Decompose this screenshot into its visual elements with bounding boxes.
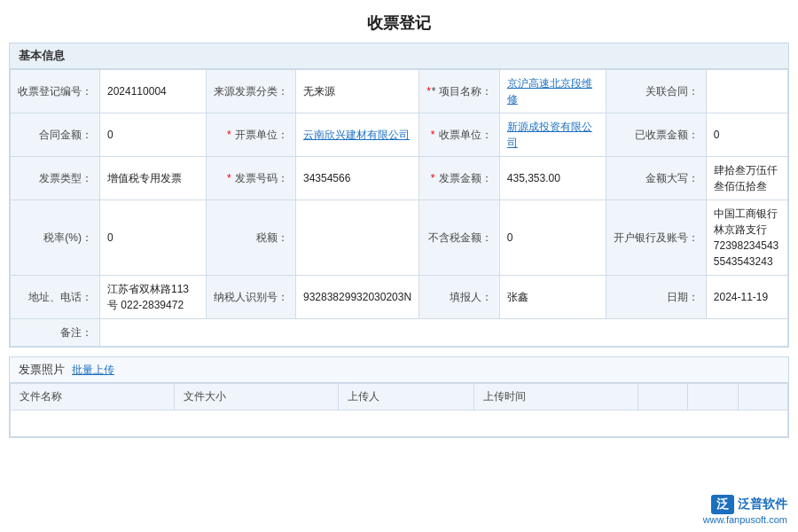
amount-in-words-value: 肆拾叁万伍仟叁佰伍拾叁 [706,157,787,200]
taxpayer-id-label: 纳税人识别号： [207,276,296,319]
address-phone-label: 地址、电话： [11,276,100,319]
tax-amount-label: 税额： [207,200,296,276]
col-filesize: 文件大小 [175,384,339,411]
address-phone-value: 江苏省双林路113号 022-2839472 [100,276,207,319]
files-table: 文件名称 文件大小 上传人 上传时间 [10,383,788,437]
bank-account-label: 开户银行及账号： [606,200,706,276]
invoice-type-label: 发票类型： [11,157,100,200]
tax-exclusive-label: 不含税金额： [419,200,500,276]
col-action3 [738,384,787,411]
register-no-value: 2024110004 [100,70,207,113]
remarks-label: 备注： [11,319,100,347]
basic-info-section: 基本信息 收票登记编号： 2024110004 来源发票分类： 无来源 ** 项… [9,43,789,348]
received-amount-label: 已收票金额： [606,113,706,157]
table-row: 收票登记编号： 2024110004 来源发票分类： 无来源 ** 项目名称： … [11,70,788,113]
bank-account-value: 中国工商银行林京路支行 72398234543 5543543243 [706,200,787,276]
brand-url: www.fanpusoft.com [703,514,787,525]
col-action1 [638,384,688,411]
required-star-4: * [227,172,231,184]
brand-name: 泛普软件 [738,497,787,512]
invoice-amount-value: 435,353.00 [499,157,606,200]
project-name-value[interactable]: 京沪高速北京段维修 [499,70,606,113]
files-section: 发票照片 批量上传 文件名称 文件大小 上传人 上传时间 [9,356,789,438]
table-row: 地址、电话： 江苏省双林路113号 022-2839472 纳税人识别号： 93… [11,276,788,319]
contract-amount-value: 0 [100,113,207,157]
filler-value: 张鑫 [499,276,606,319]
basic-info-table: 收票登记编号： 2024110004 来源发票分类： 无来源 ** 项目名称： … [10,69,788,347]
tax-exclusive-value: 0 [499,200,606,276]
source-type-label: 来源发票分类： [207,70,296,113]
taxpayer-id-value: 93283829932030203N [296,276,419,319]
received-amount-value: 0 [706,113,787,157]
batch-upload-button[interactable]: 批量上传 [72,363,114,378]
source-type-value: 无来源 [296,70,419,113]
page-title: 收票登记 [0,0,798,43]
col-action2 [688,384,738,411]
col-upload-time: 上传时间 [473,384,638,411]
files-table-header: 文件名称 文件大小 上传人 上传时间 [11,384,788,411]
register-no-label: 收票登记编号： [11,70,100,113]
tax-rate-value: 0 [100,200,207,276]
receipt-unit-label: * 收票单位： [419,113,500,157]
invoice-no-value: 34354566 [296,157,419,200]
tax-rate-label: 税率(%)： [11,200,100,276]
related-contract-label: 关联合同： [606,70,706,113]
filler-label: 填报人： [419,276,500,319]
invoice-amount-label: * 发票金额： [419,157,500,200]
table-row-empty [11,411,788,437]
related-contract-value [706,70,787,113]
billing-unit-value[interactable]: 云南欣兴建材有限公司 [296,113,419,157]
col-filename: 文件名称 [11,384,175,411]
contract-amount-label: 合同金额： [11,113,100,157]
table-row: 合同金额： 0 * 开票单位： 云南欣兴建材有限公司 * 收票单位： 新源成投资… [11,113,788,157]
table-row: 发票类型： 增值税专用发票 * 发票号码： 34354566 * 发票金额： 4… [11,157,788,200]
tax-amount-value [296,200,419,276]
receipt-unit-link[interactable]: 新源成投资有限公司 [507,121,592,149]
receipt-unit-value[interactable]: 新源成投资有限公司 [499,113,606,157]
brand-icon: 泛 [711,495,734,514]
billing-unit-link[interactable]: 云南欣兴建材有限公司 [303,129,410,141]
date-value: 2024-11-19 [706,276,787,319]
required-star: * [426,85,431,98]
required-star-5: * [431,172,435,184]
table-row: 税率(%)： 0 税额： 不含税金额： 0 开户银行及账号： 中国工商银行林京路… [11,200,788,276]
col-uploader: 上传人 [339,384,474,411]
required-star-2: * [227,129,231,141]
files-table-body [11,411,788,437]
invoice-no-label: * 发票号码： [207,157,296,200]
files-section-label: 发票照片 [19,362,65,378]
invoice-type-value: 增值税专用发票 [100,157,207,200]
remarks-value [100,319,788,347]
amount-in-words-label: 金额大写： [606,157,706,200]
required-star-3: * [431,129,435,141]
table-row: 备注： [11,319,788,347]
date-label: 日期： [606,276,706,319]
project-name-link[interactable]: 京沪高速北京段维修 [507,77,592,106]
billing-unit-label: * 开票单位： [207,113,296,157]
table-row: 文件名称 文件大小 上传人 上传时间 [11,384,788,411]
basic-info-header: 基本信息 [10,43,788,69]
project-name-label: ** 项目名称： [419,70,500,113]
files-header: 发票照片 批量上传 [10,357,788,383]
watermark: 泛 泛普软件 www.fanpusoft.com [703,495,787,525]
